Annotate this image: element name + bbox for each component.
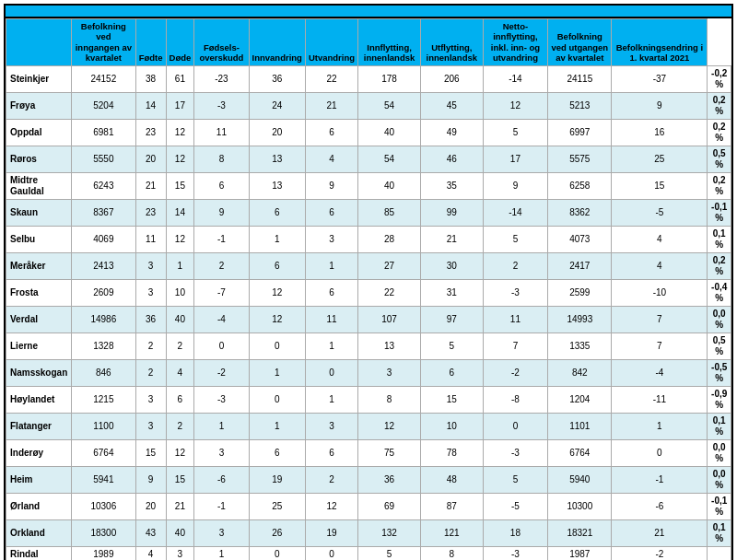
cell-col-6: 1 xyxy=(305,332,357,359)
cell-kommune: Flatanger xyxy=(6,413,72,439)
cell-col-1: 2609 xyxy=(72,279,136,306)
cell-col-7: 8 xyxy=(358,386,421,413)
table-row: Frøya52041417-32421544512521390,2 % xyxy=(6,92,731,119)
cell-col-10: 5213 xyxy=(548,92,612,119)
cell-percent: -0,1 % xyxy=(708,493,731,519)
cell-col-1: 1100 xyxy=(72,413,136,439)
col-header-4: Innvandring xyxy=(249,19,305,66)
cell-col-8: 48 xyxy=(421,466,484,493)
cell-col-4: 6 xyxy=(194,172,249,199)
cell-col-11: 9 xyxy=(612,92,708,119)
cell-col-1: 5941 xyxy=(72,466,136,493)
cell-col-7: 13 xyxy=(358,332,421,359)
cell-col-10: 10300 xyxy=(548,493,612,519)
cell-percent: -0,4 % xyxy=(708,279,731,306)
cell-kommune: Verdal xyxy=(6,306,72,332)
cell-col-3: 10 xyxy=(166,279,194,306)
cell-col-6: 1 xyxy=(305,386,357,413)
cell-col-1: 6243 xyxy=(72,172,136,199)
cell-col-5: 1 xyxy=(249,226,305,252)
cell-col-6: 6 xyxy=(305,119,357,146)
cell-col-5: 36 xyxy=(249,65,305,92)
cell-col-4: 1 xyxy=(194,413,249,439)
cell-col-10: 6258 xyxy=(548,172,612,199)
table-container: Befolkning ved inngangen av kvartaletFød… xyxy=(4,4,733,560)
cell-kommune: Frøya xyxy=(6,92,72,119)
cell-col-4: 1 xyxy=(194,546,249,560)
cell-percent: -0,9 % xyxy=(708,386,731,413)
cell-col-9: -8 xyxy=(483,386,548,413)
cell-col-4: 3 xyxy=(194,439,249,466)
cell-col-10: 6997 xyxy=(548,119,612,146)
cell-col-8: 49 xyxy=(421,119,484,146)
cell-col-2: 21 xyxy=(135,172,166,199)
table-row: Selbu40691112-11328215407340,1 % xyxy=(6,226,731,252)
cell-col-8: 206 xyxy=(421,65,484,92)
cell-col-6: 3 xyxy=(305,226,357,252)
cell-col-11: -37 xyxy=(612,65,708,92)
cell-col-2: 3 xyxy=(135,386,166,413)
cell-col-9: 7 xyxy=(483,332,548,359)
cell-kommune: Lierne xyxy=(6,332,72,359)
cell-col-7: 54 xyxy=(358,146,421,172)
cell-col-3: 12 xyxy=(166,439,194,466)
cell-col-5: 0 xyxy=(249,546,305,560)
cell-percent: 0,0 % xyxy=(708,439,731,466)
cell-col-10: 842 xyxy=(548,359,612,386)
cell-col-1: 846 xyxy=(72,359,136,386)
cell-kommune: Inderøy xyxy=(6,439,72,466)
col-header-5: Utvandring xyxy=(305,19,357,66)
cell-col-6: 19 xyxy=(305,519,357,546)
page-title xyxy=(6,6,731,18)
cell-col-11: 16 xyxy=(612,119,708,146)
cell-kommune: Ørland xyxy=(6,493,72,519)
cell-col-8: 99 xyxy=(421,199,484,226)
cell-col-5: 24 xyxy=(249,92,305,119)
cell-col-7: 27 xyxy=(358,252,421,279)
cell-percent: -0,1 % xyxy=(708,199,731,226)
cell-col-6: 12 xyxy=(305,493,357,519)
cell-col-7: 40 xyxy=(358,172,421,199)
cell-col-11: 21 xyxy=(612,519,708,546)
cell-col-4: -7 xyxy=(194,279,249,306)
cell-col-4: 3 xyxy=(194,519,249,546)
cell-col-9: -2 xyxy=(483,359,548,386)
cell-col-1: 1328 xyxy=(72,332,136,359)
cell-col-5: 12 xyxy=(249,279,305,306)
cell-col-9: 11 xyxy=(483,306,548,332)
cell-col-2: 3 xyxy=(135,252,166,279)
cell-col-9: 18 xyxy=(483,519,548,546)
cell-col-7: 40 xyxy=(358,119,421,146)
cell-col-9: 5 xyxy=(483,466,548,493)
cell-col-4: 9 xyxy=(194,199,249,226)
cell-col-10: 24115 xyxy=(548,65,612,92)
cell-col-7: 12 xyxy=(358,413,421,439)
table-row: Oppdal6981231211206404956997160,2 % xyxy=(6,119,731,146)
cell-col-1: 8367 xyxy=(72,199,136,226)
col-header-10: Befolkningsendring i 1. kvartal 2021 xyxy=(612,19,708,66)
table-row: Lierne1328220011357133570,5 % xyxy=(6,332,731,359)
cell-col-11: -4 xyxy=(612,359,708,386)
cell-percent: 0,1 % xyxy=(708,226,731,252)
cell-col-2: 23 xyxy=(135,199,166,226)
cell-col-9: 9 xyxy=(483,172,548,199)
cell-col-1: 5204 xyxy=(72,92,136,119)
cell-col-3: 15 xyxy=(166,466,194,493)
cell-col-2: 20 xyxy=(135,493,166,519)
cell-col-7: 69 xyxy=(358,493,421,519)
cell-col-7: 54 xyxy=(358,92,421,119)
cell-col-1: 1215 xyxy=(72,386,136,413)
cell-col-7: 132 xyxy=(358,519,421,546)
cell-col-3: 14 xyxy=(166,199,194,226)
cell-col-4: -4 xyxy=(194,306,249,332)
cell-col-5: 6 xyxy=(249,252,305,279)
cell-col-8: 30 xyxy=(421,252,484,279)
cell-col-11: -2 xyxy=(612,546,708,560)
cell-col-5: 0 xyxy=(249,332,305,359)
cell-col-2: 14 xyxy=(135,92,166,119)
cell-col-8: 6 xyxy=(421,359,484,386)
cell-col-6: 0 xyxy=(305,359,357,386)
cell-kommune: Midtre Gauldal xyxy=(6,172,72,199)
cell-col-3: 2 xyxy=(166,332,194,359)
cell-col-4: -6 xyxy=(194,466,249,493)
